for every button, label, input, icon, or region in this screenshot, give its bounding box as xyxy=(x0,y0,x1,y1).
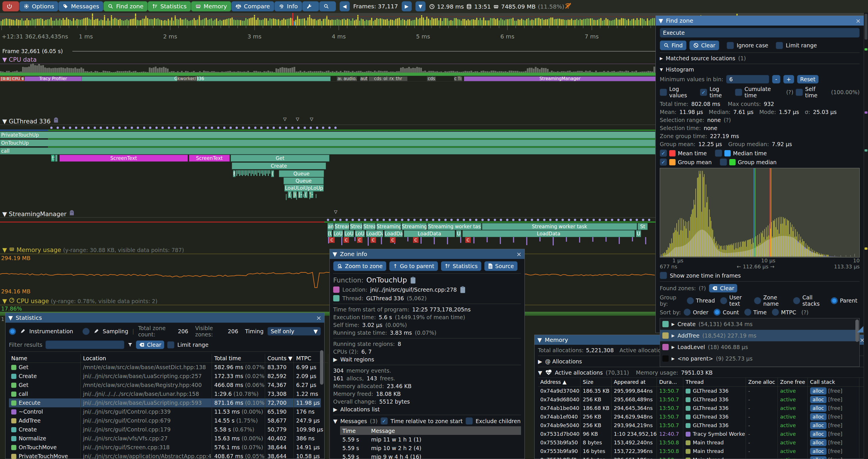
frame-bar[interactable] xyxy=(156,19,157,26)
statistics-row[interactable]: call jni/../jni/../../../src/claw/base/L… xyxy=(9,390,321,398)
wait-regions-toggle[interactable]: Wait regions xyxy=(340,356,374,363)
frame-bar[interactable] xyxy=(59,19,60,26)
frame-bar[interactable] xyxy=(118,20,119,26)
log-time-checkbox[interactable]: ✓ xyxy=(700,89,707,96)
frame-bar[interactable] xyxy=(406,21,407,26)
memory-row[interactable]: 0x74a9d37040 186.35 KB 295,999,844ns 13:… xyxy=(538,387,864,395)
frame-bar[interactable] xyxy=(183,20,184,26)
frame-bar[interactable] xyxy=(213,21,214,26)
statistics-row[interactable]: Get /mnt/e/claw/src/claw/base/AssetDict.… xyxy=(9,363,321,372)
frame-bar[interactable] xyxy=(456,18,457,26)
frame-bar[interactable] xyxy=(100,20,102,26)
frame-bar[interactable] xyxy=(521,19,522,26)
sort-by-option[interactable]: Count xyxy=(713,308,739,316)
frame-bar[interactable] xyxy=(32,19,33,26)
frame-bar[interactable] xyxy=(518,19,519,26)
histogram-toggle[interactable]: Histogram xyxy=(666,66,694,73)
frame-bar[interactable] xyxy=(461,21,462,26)
frame-bar[interactable] xyxy=(40,18,41,26)
frame-bar[interactable] xyxy=(204,19,205,26)
frame-bar[interactable] xyxy=(123,21,124,26)
frame-bar[interactable] xyxy=(386,19,388,26)
frame-bar[interactable] xyxy=(493,18,495,26)
frame-bar[interactable] xyxy=(528,18,529,26)
frame-bar[interactable] xyxy=(92,13,93,26)
toolbar-button[interactable]: Info xyxy=(274,1,302,11)
frame-bar[interactable] xyxy=(471,20,472,26)
toolbar-button[interactable] xyxy=(319,1,336,11)
limit-range-checkbox[interactable] xyxy=(776,42,783,49)
frame-bar[interactable] xyxy=(216,19,217,26)
frame-bar[interactable] xyxy=(33,20,34,26)
frame-bar[interactable] xyxy=(326,16,328,26)
frame-bar[interactable] xyxy=(526,19,527,26)
frame-bar[interactable] xyxy=(285,20,286,26)
frame-bar[interactable] xyxy=(94,20,95,26)
frame-bar[interactable] xyxy=(63,18,64,26)
frame-bar[interactable] xyxy=(519,20,521,26)
frame-bar[interactable] xyxy=(474,20,476,26)
toolbar-button[interactable]: Find zone xyxy=(103,1,148,11)
frame-bar[interactable] xyxy=(435,19,436,26)
frame-bar[interactable] xyxy=(640,18,641,26)
frame-bar[interactable] xyxy=(478,20,479,26)
frame-bar[interactable] xyxy=(566,20,567,26)
statistics-scrollbar[interactable] xyxy=(320,350,323,385)
alloc-callstack-button[interactable]: alloc xyxy=(810,387,827,395)
frame-bar[interactable] xyxy=(624,19,626,26)
frame-bar[interactable] xyxy=(642,19,643,26)
frame-bar[interactable] xyxy=(378,19,379,26)
frame-bar[interactable] xyxy=(445,18,446,26)
frame-bar[interactable] xyxy=(64,20,65,26)
statistics-row[interactable]: Create jni/../jni/src/guif/Control.cpp:1… xyxy=(9,425,321,434)
clipboard-icon[interactable] xyxy=(410,276,416,284)
memory-row[interactable]: 0x7531d7b040 96 KB 1:10 234,952,161 12:4… xyxy=(538,430,864,438)
frame-bar[interactable] xyxy=(505,19,507,26)
frame-bar[interactable] xyxy=(240,20,241,26)
frame-bar[interactable] xyxy=(561,19,562,26)
frame-bar[interactable] xyxy=(338,20,340,26)
col-thread[interactable]: Thread xyxy=(683,378,746,386)
found-clear-button[interactable]: Clear xyxy=(709,284,738,293)
found-zone-row[interactable]: ▶ AddTree (18,542) 227.19 ms xyxy=(660,330,859,341)
toolbar-button[interactable]: Statistics xyxy=(148,1,191,11)
frame-bar[interactable] xyxy=(425,20,426,26)
frame-bar[interactable] xyxy=(78,20,79,26)
frame-bar[interactable] xyxy=(540,19,541,26)
col-appeared[interactable]: Appeared at xyxy=(612,378,657,386)
frame-bar[interactable] xyxy=(375,20,376,26)
frame-bar[interactable] xyxy=(550,18,552,26)
frame-bar[interactable] xyxy=(637,18,638,26)
col-address[interactable]: Address ▲ xyxy=(538,378,581,386)
frame-bar[interactable] xyxy=(363,19,364,26)
frame-bar[interactable] xyxy=(530,21,531,26)
frame-bar[interactable] xyxy=(23,21,24,26)
col-counts[interactable]: Counts ▼ xyxy=(265,354,294,363)
frame-bar[interactable] xyxy=(381,19,382,26)
found-zone-row[interactable]: ▶ <no parent> (9) 225.73 µs xyxy=(660,353,859,364)
frame-bar[interactable] xyxy=(523,20,524,26)
zone-row-depth0[interactable]: PrivateTouchUp xyxy=(0,131,655,138)
frame-bar[interactable] xyxy=(633,19,634,26)
toolbar-button[interactable]: Compare xyxy=(231,1,274,11)
frame-bar[interactable] xyxy=(554,19,555,26)
group-by-option[interactable]: Zone name xyxy=(754,294,788,307)
frame-bar[interactable] xyxy=(480,18,481,26)
frame-bar[interactable] xyxy=(606,18,607,26)
frame-bar[interactable] xyxy=(404,20,405,26)
frame-bar[interactable] xyxy=(75,21,76,26)
frame-bar[interactable] xyxy=(647,19,648,26)
zone-bar[interactable]: ScreenText xyxy=(189,155,230,162)
frame-bar[interactable] xyxy=(495,19,496,26)
cpu-zone-box[interactable]: kworker/( xyxy=(177,76,197,81)
frame-bar[interactable] xyxy=(575,20,576,26)
frame-bar[interactable] xyxy=(173,21,174,26)
messages-toggle[interactable]: Messages xyxy=(340,418,367,424)
frame-bar[interactable] xyxy=(147,18,148,26)
zone-bar[interactable]: Streaming xyxy=(402,223,427,230)
frame-bar[interactable] xyxy=(152,19,153,26)
frame-bar[interactable] xyxy=(502,20,503,26)
zone-bar[interactable]: ScreenText xyxy=(59,155,188,162)
frame-bar[interactable] xyxy=(185,19,186,26)
found-zone-row[interactable]: ▶ LoadLevel (18) 406.88 µs xyxy=(660,341,859,353)
